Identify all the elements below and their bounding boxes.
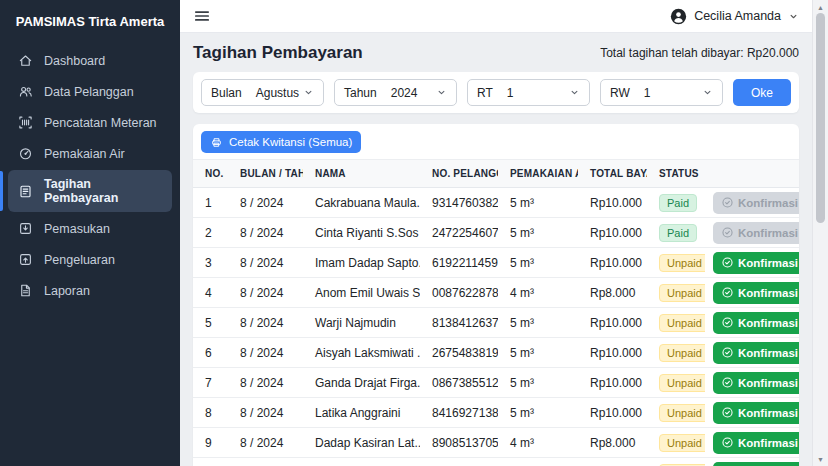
tahun-label: Tahun: [344, 86, 377, 100]
status-badge: Unpaid: [659, 344, 705, 362]
cell-no: 5: [193, 308, 228, 338]
table-row: Unpaid Konfirmasi: [193, 458, 799, 466]
status-badge: Unpaid: [659, 374, 705, 392]
cell-pemakaian-air: [498, 458, 578, 466]
oke-button[interactable]: Oke: [733, 79, 791, 106]
cell-pemakaian-air: 5 m³: [498, 398, 578, 428]
cell-bulan-tahun: 8 / 2024: [228, 248, 303, 278]
cell-status: Unpaid: [647, 458, 705, 466]
cell-total-bayar: Rp10.000: [578, 368, 647, 398]
column-header-nama: NAMA: [303, 160, 420, 188]
sidebar-item-pemasukan[interactable]: Pemasukan: [8, 214, 172, 243]
cell-bulan-tahun: 8 / 2024: [228, 218, 303, 248]
check-circle-icon: [721, 316, 734, 329]
page-header: Tagihan Pembayaran Total tagihan telah d…: [193, 43, 799, 63]
home-icon: [18, 53, 33, 68]
cell-no: 9: [193, 428, 228, 458]
table-header-row: NO. BULAN / TAHUN NAMA NO. PELANGGAN PEM…: [193, 160, 799, 188]
confirm-button: Konfirmasi: [713, 222, 799, 244]
table-row: 2 8 / 2024 Cinta Riyanti S.Sos 247225460…: [193, 218, 799, 248]
check-circle-icon: [721, 196, 734, 209]
sidebar-item-pencatatan-meteran[interactable]: Pencatatan Meteran: [8, 108, 172, 137]
tahun-value: 2024: [391, 86, 436, 100]
confirm-button[interactable]: Konfirmasi: [713, 312, 799, 334]
table-row: 7 8 / 2024 Ganda Drajat Firga... 0867385…: [193, 368, 799, 398]
cell-bulan-tahun: 8 / 2024: [228, 368, 303, 398]
cell-no-pelanggan: 2472254607: [420, 218, 498, 248]
status-badge: Unpaid: [659, 404, 705, 422]
scroll-up-arrow[interactable]: ▲: [813, 1, 828, 13]
confirm-button[interactable]: Konfirmasi: [713, 402, 799, 424]
print-all-button[interactable]: Cetak Kwitansi (Semua): [201, 131, 361, 153]
cell-bulan-tahun: 8 / 2024: [228, 428, 303, 458]
user-menu[interactable]: Cecilia Amanda: [670, 8, 799, 25]
cell-no-pelanggan: 8138412637: [420, 308, 498, 338]
cell-pemakaian-air: 5 m³: [498, 218, 578, 248]
cell-pemakaian-air: 5 m³: [498, 338, 578, 368]
cell-nama: Cinta Riyanti S.Sos: [303, 218, 420, 248]
cell-no: 7: [193, 368, 228, 398]
user-avatar-icon: [670, 8, 687, 25]
sidebar-item-pengeluaran[interactable]: Pengeluaran: [8, 245, 172, 274]
cell-pemakaian-air: 5 m³: [498, 368, 578, 398]
sidebar-item-label: Pemasukan: [44, 222, 110, 236]
column-header-bulan-tahun: BULAN / TAHUN: [228, 160, 303, 188]
column-header-no: NO.: [193, 160, 228, 188]
sidebar-item-label: Data Pelanggan: [44, 85, 134, 99]
tahun-select[interactable]: Tahun 2024: [334, 79, 457, 106]
chevron-down-icon: [569, 87, 580, 98]
sidebar-item-label: Pemakaian Air: [44, 147, 125, 161]
cell-no: 1: [193, 188, 228, 218]
cell-total-bayar: Rp8.000: [578, 428, 647, 458]
cell-actions: Konfirmasi: [705, 308, 799, 338]
confirm-button[interactable]: Konfirmasi: [713, 342, 799, 364]
rt-label: RT: [477, 86, 493, 100]
cell-actions: Konfirmasi: [705, 248, 799, 278]
cell-no-pelanggan: 0867385512: [420, 368, 498, 398]
sidebar-item-pemakaian-air[interactable]: Pemakaian Air: [8, 139, 172, 168]
rw-select[interactable]: RW 1: [600, 79, 723, 106]
chevron-down-icon: [303, 87, 314, 98]
cell-no-pelanggan: 0087622878: [420, 278, 498, 308]
table-row: 6 8 / 2024 Aisyah Laksmiwati ... 2675483…: [193, 338, 799, 368]
cell-actions: Konfirmasi: [705, 338, 799, 368]
confirm-button[interactable]: Konfirmasi: [713, 282, 799, 304]
cell-pemakaian-air: 4 m³: [498, 428, 578, 458]
page-content: Tagihan Pembayaran Total tagihan telah d…: [180, 33, 812, 466]
sidebar-item-dashboard[interactable]: Dashboard: [8, 46, 172, 75]
cell-total-bayar: Rp10.000: [578, 248, 647, 278]
rt-select[interactable]: RT 1: [467, 79, 590, 106]
check-circle-icon: [721, 376, 734, 389]
scrollbar-thumb[interactable]: [816, 13, 825, 223]
sidebar-item-data-pelanggan[interactable]: Data Pelanggan: [8, 77, 172, 106]
status-badge: Unpaid: [659, 314, 705, 332]
cell-bulan-tahun: 8 / 2024: [228, 398, 303, 428]
cell-bulan-tahun: 8 / 2024: [228, 278, 303, 308]
print-all-label: Cetak Kwitansi (Semua): [229, 136, 352, 148]
column-header-no-pelanggan: NO. PELANGGAN: [420, 160, 498, 188]
scrollbar[interactable]: ▲ ▼: [812, 0, 828, 466]
cell-status: Unpaid: [647, 398, 705, 428]
sidebar-item-tagihan-pembayaran[interactable]: Tagihan Pembayaran: [8, 170, 172, 212]
cell-nama: Latika Anggraini: [303, 398, 420, 428]
cell-total-bayar: [578, 458, 647, 466]
gauge-icon: [18, 146, 33, 161]
table-row: 8 8 / 2024 Latika Anggraini 8416927138 5…: [193, 398, 799, 428]
confirm-button[interactable]: Konfirmasi: [713, 462, 799, 466]
confirm-button[interactable]: Konfirmasi: [713, 432, 799, 454]
cell-no-pelanggan: 8908513705: [420, 428, 498, 458]
confirm-button[interactable]: Konfirmasi: [713, 252, 799, 274]
cell-actions: Konfirmasi: [705, 428, 799, 458]
sidebar-item-label: Pencatatan Meteran: [44, 116, 157, 130]
cell-total-bayar: Rp10.000: [578, 308, 647, 338]
cell-nama: Ganda Drajat Firga...: [303, 368, 420, 398]
bulan-select[interactable]: Bulan Agustus: [201, 79, 324, 106]
scroll-down-arrow[interactable]: ▼: [813, 453, 828, 465]
cell-nama: Imam Dadap Sapto...: [303, 248, 420, 278]
confirm-button[interactable]: Konfirmasi: [713, 372, 799, 394]
cell-total-bayar: Rp8.000: [578, 278, 647, 308]
check-circle-icon: [721, 406, 734, 419]
sidebar-item-laporan[interactable]: Laporan: [8, 276, 172, 305]
chevron-down-icon: [788, 11, 799, 22]
hamburger-menu-icon[interactable]: [193, 7, 211, 25]
